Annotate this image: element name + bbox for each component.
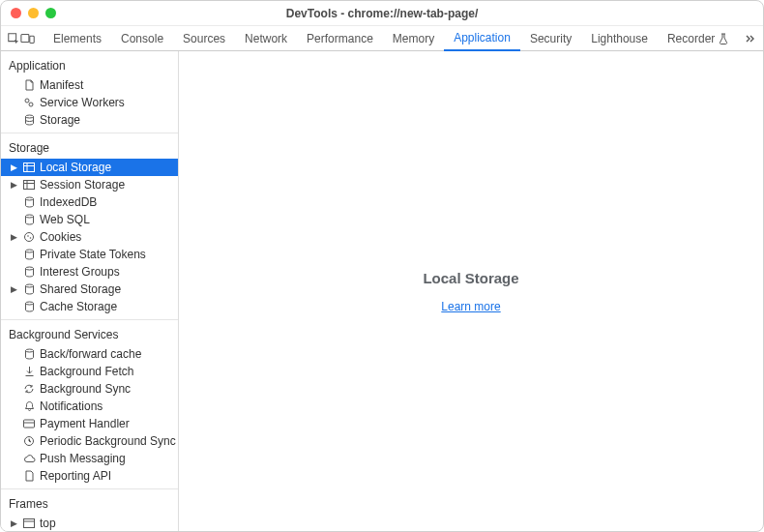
content-heading: Local Storage [423, 270, 518, 286]
sidebar-item-label: Background Fetch [40, 365, 133, 378]
sidebar-item-push-messaging[interactable]: Push Messaging [1, 450, 178, 467]
tab-application[interactable]: Application [444, 26, 520, 51]
sidebar-item-label: Storage [40, 113, 80, 127]
database-icon [22, 196, 36, 208]
svg-rect-0 [21, 34, 29, 42]
sidebar-item-session-storage[interactable]: ▶ Session Storage [1, 176, 178, 193]
clock-icon [22, 435, 36, 447]
tab-network[interactable]: Network [235, 26, 297, 50]
sidebar-item-web-sql[interactable]: Web SQL [1, 211, 178, 228]
disclosure-triangle-icon[interactable]: ▶ [9, 518, 18, 528]
sidebar-item-local-storage[interactable]: ▶ Local Storage [1, 159, 178, 176]
credit-card-icon [22, 419, 36, 429]
sidebar-item-label: Interest Groups [40, 265, 120, 279]
sidebar-item-frame-top[interactable]: ▶ top [1, 515, 178, 531]
sidebar-item-reporting-api[interactable]: Reporting API [1, 467, 178, 485]
sidebar-item-indexeddb[interactable]: IndexedDB [1, 193, 178, 211]
sidebar-item-background-fetch[interactable]: Background Fetch [1, 363, 178, 380]
sidebar-item-storage-overview[interactable]: Storage [1, 111, 178, 129]
svg-point-11 [25, 197, 33, 200]
learn-more-link[interactable]: Learn more [441, 300, 500, 313]
sidebar-item-private-state-tokens[interactable]: Private State Tokens [1, 246, 178, 263]
chevron-double-right-icon [744, 32, 757, 45]
tab-memory[interactable]: Memory [383, 26, 444, 50]
sidebar-item-label: Notifications [40, 399, 103, 413]
svg-point-7 [29, 103, 33, 106]
tab-sources[interactable]: Sources [173, 26, 235, 50]
sidebar-item-label: Payment Handler [40, 417, 130, 430]
svg-point-13 [25, 233, 34, 242]
disclosure-triangle-icon[interactable]: ▶ [9, 180, 18, 190]
sidebar-item-payment-handler[interactable]: Payment Handler [1, 415, 178, 432]
bell-icon [22, 400, 36, 412]
more-tabs-button[interactable] [738, 26, 763, 50]
disclosure-triangle-icon[interactable]: ▶ [9, 163, 18, 172]
tab-security[interactable]: Security [520, 26, 581, 50]
svg-point-17 [25, 267, 33, 270]
device-toolbar-icon[interactable] [20, 26, 36, 50]
svg-point-16 [25, 250, 33, 252]
sidebar-item-label: Local Storage [40, 161, 111, 174]
flask-icon [719, 33, 728, 44]
tab-lighthouse[interactable]: Lighthouse [581, 26, 658, 50]
sidebar-item-notifications[interactable]: Notifications [1, 398, 178, 415]
table-icon [22, 180, 36, 190]
svg-rect-9 [24, 163, 35, 172]
database-icon [22, 348, 36, 360]
sidebar-item-service-workers[interactable]: Service Workers [1, 94, 178, 111]
inspect-element-icon[interactable] [7, 26, 20, 50]
sidebar-item-interest-groups[interactable]: Interest Groups [1, 263, 178, 281]
window-title: DevTools - chrome://new-tab-page/ [1, 7, 763, 20]
sidebar-item-manifest[interactable]: Manifest [1, 76, 178, 94]
sidebar-item-cache-storage[interactable]: Cache Storage [1, 298, 178, 315]
section-title-background-services: Background Services [1, 320, 178, 345]
sync-icon [22, 383, 36, 395]
sidebar-item-label: Cache Storage [40, 300, 117, 313]
sidebar-item-label: Cookies [40, 230, 81, 244]
sidebar-item-label: Push Messaging [40, 452, 126, 465]
window-titlebar: DevTools - chrome://new-tab-page/ [1, 1, 763, 26]
sidebar-item-label: Back/forward cache [40, 347, 141, 361]
disclosure-triangle-icon[interactable]: ▶ [9, 284, 18, 294]
svg-rect-1 [30, 36, 34, 43]
sidebar-item-label: Service Workers [40, 96, 125, 109]
gears-icon [22, 97, 36, 108]
tab-elements[interactable]: Elements [44, 26, 111, 50]
sidebar-item-periodic-background-sync[interactable]: Periodic Background Sync [1, 432, 178, 450]
section-title-frames: Frames [1, 489, 178, 515]
zoom-window-button[interactable] [45, 8, 56, 18]
section-title-application: Application [1, 51, 178, 76]
database-icon [22, 214, 36, 225]
sidebar-item-shared-storage[interactable]: ▶ Shared Storage [1, 281, 178, 298]
sidebar-item-label: Periodic Background Sync [40, 434, 176, 448]
database-icon [22, 301, 36, 312]
minimize-window-button[interactable] [28, 8, 39, 18]
sidebar-item-label: Reporting API [40, 469, 111, 483]
database-icon [22, 249, 36, 260]
sidebar-item-label: top [40, 517, 56, 530]
svg-point-14 [27, 235, 29, 237]
svg-rect-21 [24, 420, 35, 428]
sidebar-item-label: Session Storage [40, 178, 125, 192]
close-window-button[interactable] [11, 8, 21, 18]
application-sidebar: Application Manifest Service Workers Sto… [1, 51, 179, 531]
cookie-icon [22, 231, 36, 243]
document-icon [22, 79, 36, 91]
sidebar-item-label: Manifest [40, 78, 83, 92]
tab-console[interactable]: Console [111, 26, 173, 50]
sidebar-item-label: Shared Storage [40, 282, 121, 296]
svg-point-18 [25, 284, 33, 287]
tab-recorder-label: Recorder [667, 32, 715, 45]
table-icon [22, 163, 36, 172]
svg-point-8 [25, 115, 33, 118]
download-icon [22, 366, 36, 377]
tab-performance[interactable]: Performance [297, 26, 383, 50]
sidebar-item-background-sync[interactable]: Background Sync [1, 380, 178, 398]
sidebar-item-label: IndexedDB [40, 195, 97, 209]
sidebar-item-back-forward-cache[interactable]: Back/forward cache [1, 345, 178, 363]
tab-recorder[interactable]: Recorder [658, 26, 738, 50]
disclosure-triangle-icon[interactable]: ▶ [9, 232, 18, 242]
sidebar-item-label: Background Sync [40, 382, 131, 396]
svg-rect-10 [24, 181, 35, 190]
sidebar-item-cookies[interactable]: ▶ Cookies [1, 228, 178, 246]
